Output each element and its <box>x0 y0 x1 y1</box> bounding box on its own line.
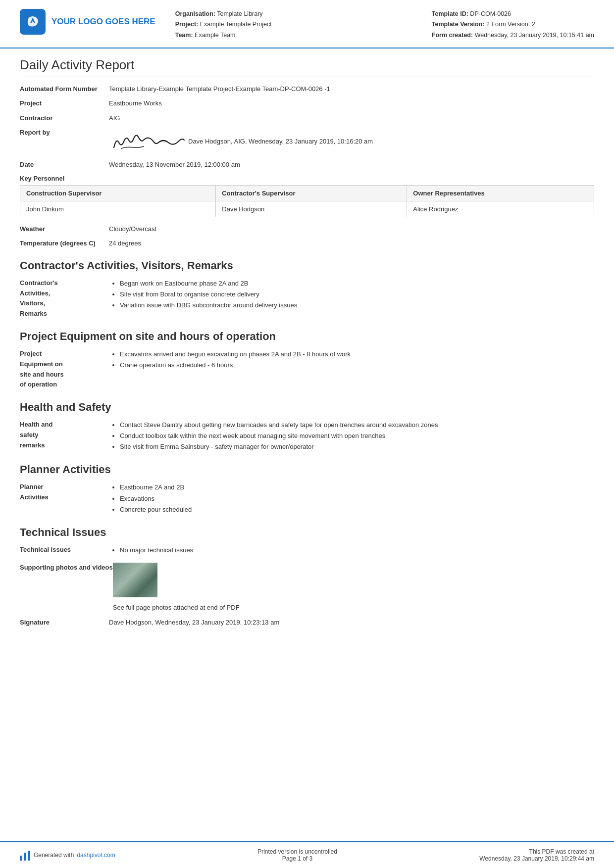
footer-left: Generated with dashpivot.com <box>20 850 115 861</box>
logo-icon <box>20 9 46 35</box>
automated-form-number-label: Automated Form Number <box>20 84 109 94</box>
contractors-supervisor-value: Dave Hodgson <box>216 201 407 217</box>
health-safety-heading: Health and Safety <box>20 401 594 414</box>
template-version-value: 2 Form Version: 2 <box>486 21 535 28</box>
template-id-row: Template ID: DP-COM-0026 <box>432 9 594 19</box>
project-equipment-label: ProjectEquipment onsite and hoursof oper… <box>20 349 109 390</box>
weather-row: Weather Cloudy/Overcast <box>20 224 594 234</box>
template-id-value: DP-COM-0026 <box>470 10 511 17</box>
footer-right: This PDF was created at Wednesday, 23 Ja… <box>479 848 594 862</box>
pdf-created-value: Wednesday, 23 January 2019, 10:29:44 am <box>479 855 594 862</box>
generated-text: Generated with <box>34 852 74 859</box>
supporting-photos-label: Supporting photos and videos <box>20 563 113 573</box>
col-owner-representatives: Owner Representatives <box>407 185 594 201</box>
project-equipment-list: Excavators arrived and begun excavating … <box>109 349 594 371</box>
uncontrolled-text: Printed version is uncontrolled <box>257 848 337 855</box>
template-id-label: Template ID: <box>432 10 468 17</box>
health-safety-field: Health andsafetyremarks Contact Steve Da… <box>20 420 594 452</box>
planner-activities-heading: Planner Activities <box>20 463 594 476</box>
signature-label: Signature <box>20 618 109 627</box>
header-meta-right: Template ID: DP-COM-0026 Template Versio… <box>432 9 594 41</box>
personnel-table: Construction Supervisor Contractor's Sup… <box>20 185 594 217</box>
list-item: Excavators arrived and begun excavating … <box>120 349 594 360</box>
footer: Generated with dashpivot.com Printed ver… <box>0 841 614 868</box>
page-text: Page 1 of 3 <box>257 855 337 862</box>
team-row: Team: Example Team <box>175 30 432 41</box>
technical-issues-heading: Technical Issues <box>20 526 594 539</box>
col-construction-supervisor: Construction Supervisor <box>20 185 216 201</box>
footer-logo-icon <box>20 850 31 861</box>
project-equipment-heading: Project Equipment on site and hours of o… <box>20 330 594 343</box>
photo-caption: See full page photos attached at end of … <box>113 603 594 613</box>
contractor-row: Contractor AIG <box>20 113 594 123</box>
org-value: Template Library <box>217 10 262 17</box>
list-item: Site visit from Emma Sainsbury - safety … <box>120 441 594 452</box>
footer-link[interactable]: dashpivot.com <box>77 852 115 859</box>
form-created-row: Form created: Wednesday, 23 January 2019… <box>432 30 594 41</box>
planner-activities-field: PlannerActivities Eastbourne 2A and 2B E… <box>20 482 594 515</box>
logo-text: YOUR LOGO GOES HERE <box>51 17 155 27</box>
list-item: Began work on Eastbourne phase 2A and 2B <box>120 278 594 289</box>
owner-rep-value: Alice Rodriguez <box>407 201 594 217</box>
signature-row: Signature Dave Hodgson, Wednesday, 23 Ja… <box>20 618 594 627</box>
supporting-photos-row: Supporting photos and videos See full pa… <box>20 563 594 613</box>
pdf-created-label: This PDF was created at <box>479 848 594 855</box>
svg-rect-1 <box>20 856 22 861</box>
header-meta-center: Organisation: Template Library Project: … <box>175 9 432 41</box>
footer-center: Printed version is uncontrolled Page 1 o… <box>257 848 337 862</box>
report-title: Daily Activity Report <box>20 57 594 77</box>
planner-activities-list: Eastbourne 2A and 2B Excavations Concret… <box>109 482 594 515</box>
project-field-value: Eastbourne Works <box>109 98 594 108</box>
list-item: Variation issue with DBG subcontractor a… <box>120 300 594 311</box>
personnel-row: John Dinkum Dave Hodgson Alice Rodriguez <box>20 201 594 217</box>
signature-graphic <box>109 128 188 155</box>
org-row: Organisation: Template Library <box>175 9 432 19</box>
report-by-text: Dave Hodgson, AIG, Wednesday, 23 January… <box>188 137 373 146</box>
photo-thumbnail <box>113 563 157 597</box>
svg-rect-3 <box>28 851 30 861</box>
list-item: Concrete pour scheduled <box>120 504 594 515</box>
list-item: Conduct toolbox talk within the next wee… <box>120 431 594 441</box>
date-value: Wednesday, 13 November 2019, 12:00:00 am <box>109 160 594 170</box>
automated-form-number-value: Template Library-Example Template Projec… <box>109 84 594 94</box>
weather-value: Cloudy/Overcast <box>109 224 594 234</box>
temperature-label: Temperature (degrees C) <box>20 239 109 248</box>
date-label: Date <box>20 160 109 170</box>
svg-rect-2 <box>24 853 26 861</box>
technical-issues-label: Technical Issues <box>20 545 109 555</box>
technical-issues-list: No major technical issues <box>109 545 594 556</box>
logo-area: YOUR LOGO GOES HERE <box>20 9 155 35</box>
list-item: Crane operation as scheduled - 6 hours <box>120 360 594 371</box>
project-label: Project: <box>175 21 199 28</box>
date-row: Date Wednesday, 13 November 2019, 12:00:… <box>20 160 594 170</box>
report-by-row: Report by Dave Hodgson, AIG, Wednesday, … <box>20 128 594 155</box>
temperature-value: 24 degrees <box>109 239 594 248</box>
form-created-label: Form created: <box>432 32 473 39</box>
report-by-label: Report by <box>20 128 109 138</box>
page: YOUR LOGO GOES HERE Organisation: Templa… <box>0 0 614 868</box>
svg-point-0 <box>32 18 34 20</box>
form-created-value: Wednesday, 23 January 2019, 10:15:41 am <box>475 32 594 39</box>
org-label: Organisation: <box>175 10 215 17</box>
list-item: Contact Steve Daintry about getting new … <box>120 420 594 431</box>
signature-value: Dave Hodgson, Wednesday, 23 January 2019… <box>109 618 594 627</box>
technical-issues-field: Technical Issues No major technical issu… <box>20 545 594 556</box>
team-label: Team: <box>175 32 193 39</box>
contractor-label: Contractor <box>20 113 109 123</box>
key-personnel-section: Key Personnel Construction Supervisor Co… <box>20 175 594 217</box>
template-version-label: Template Version: <box>432 21 485 28</box>
list-item: No major technical issues <box>120 545 594 556</box>
contractor-value: AIG <box>109 113 594 123</box>
team-value: Example Team <box>195 32 235 39</box>
project-equipment-field: ProjectEquipment onsite and hoursof oper… <box>20 349 594 390</box>
health-safety-label: Health andsafetyremarks <box>20 420 109 450</box>
construction-supervisor-value: John Dinkum <box>20 201 216 217</box>
list-item: Eastbourne 2A and 2B <box>120 482 594 493</box>
automated-form-number-row: Automated Form Number Template Library-E… <box>20 84 594 94</box>
key-personnel-label: Key Personnel <box>20 175 594 182</box>
supporting-photos-content: See full page photos attached at end of … <box>113 563 594 613</box>
list-item: Excavations <box>120 493 594 504</box>
temperature-row: Temperature (degrees C) 24 degrees <box>20 239 594 248</box>
contractors-activities-list: Began work on Eastbourne phase 2A and 2B… <box>109 278 594 311</box>
project-row: Project: Example Template Project <box>175 19 432 30</box>
